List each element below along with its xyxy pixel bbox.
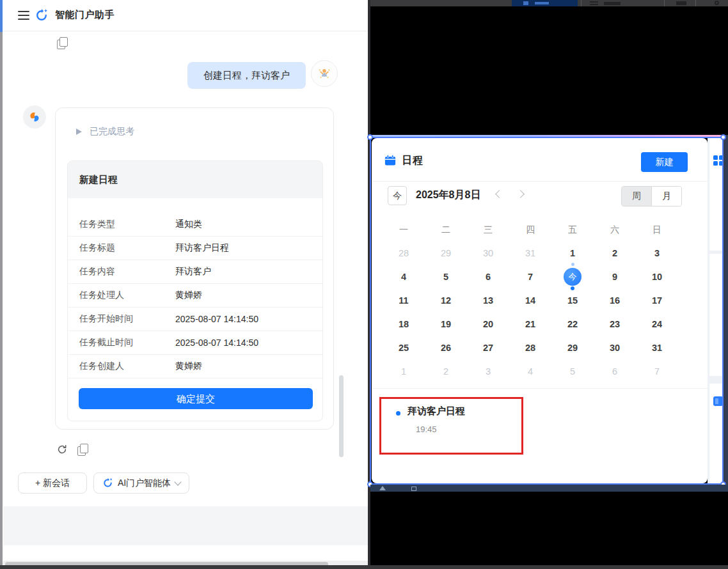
calendar-day[interactable]: 12	[425, 288, 467, 312]
toolbar-divider	[695, 0, 696, 6]
square-icon	[411, 487, 416, 491]
weekday-label: 二	[425, 221, 467, 239]
calendar-day[interactable]: 26	[425, 336, 467, 359]
calendar-day[interactable]: 5	[551, 359, 594, 383]
thought-status: 已完成思考	[90, 126, 134, 137]
today-marker[interactable]: 今	[564, 268, 582, 286]
thought-toggle[interactable]: 已完成思考	[76, 126, 134, 137]
left-edge-scrollbar[interactable]	[0, 32, 3, 565]
page-title: 智能门户助手	[55, 9, 115, 21]
bottom-taskbar-edge	[0, 565, 728, 569]
field-label: 任务截止时间	[68, 337, 175, 348]
new-schedule-button[interactable]: 新建	[641, 152, 688, 172]
calendar-day[interactable]: 9	[594, 265, 636, 288]
calendar-day[interactable]: 1	[383, 359, 425, 383]
field-label: 任务处理人	[68, 290, 175, 301]
calendar-day[interactable]: 23	[594, 312, 636, 336]
weekday-label: 五	[551, 221, 594, 239]
calendar-day[interactable]: 18	[383, 312, 425, 336]
copy-icon[interactable]	[57, 40, 65, 49]
copy-icon[interactable]	[77, 446, 86, 456]
calendar-day[interactable]: 13	[467, 288, 509, 312]
calendar-day[interactable]: 30	[594, 336, 636, 359]
submit-button[interactable]: 确定提交	[79, 388, 313, 409]
calendar-day[interactable]: 14	[509, 288, 551, 312]
calendar-day[interactable]: 3	[467, 359, 509, 383]
calendar-day[interactable]: 4	[509, 359, 551, 383]
weekday-label: 三	[467, 221, 509, 239]
list-icon	[590, 4, 598, 5]
card-gap	[709, 376, 724, 384]
person-celebrating-icon	[316, 65, 333, 82]
calendar-day[interactable]: 3	[636, 241, 678, 265]
today-button[interactable]: 今	[388, 186, 407, 205]
calendar-day[interactable]: 29	[551, 336, 594, 359]
chat-scrollbar-thumb[interactable]	[339, 375, 344, 457]
assistant-panel: 智能门户助手 创建日程，拜访客户 已完成思考	[0, 0, 368, 565]
field-label: 任务类型	[68, 219, 175, 230]
search-icon	[715, 1, 719, 5]
form-row: 任务开始时间2025-08-07 14:14:50	[68, 308, 322, 331]
calendar-day[interactable]: 31	[509, 241, 551, 265]
field-value: 拜访客户	[175, 266, 211, 277]
field-value: 通知类	[175, 219, 202, 230]
list-icon	[590, 1, 598, 3]
calendar-day[interactable]: 20	[467, 312, 509, 336]
home-icon	[379, 486, 386, 490]
calendar-day[interactable]: 25	[383, 336, 425, 359]
next-arrow-icon[interactable]	[516, 190, 525, 198]
toggle-month[interactable]: 月	[652, 187, 681, 206]
calendar-day[interactable]: 1	[551, 241, 594, 265]
calendar-day[interactable]: 30	[467, 241, 509, 265]
field-value: 拜访客户日程	[175, 242, 229, 254]
calendar-day[interactable]: 27	[467, 336, 509, 359]
calendar-day[interactable]: 21	[509, 312, 551, 336]
calendar-day[interactable]: 17	[636, 288, 678, 312]
calendar-day[interactable]: 2	[594, 241, 636, 265]
calendar-day[interactable]: 7	[636, 359, 678, 383]
calendar-day[interactable]: 6	[594, 359, 636, 383]
user-avatar	[311, 60, 338, 87]
assistant-avatar	[23, 105, 46, 129]
calendar-day[interactable]: 6	[467, 265, 509, 288]
calendar-day[interactable]: 22	[551, 312, 594, 336]
calendar-day[interactable]: 16	[594, 288, 636, 312]
toggle-week[interactable]: 周	[622, 187, 652, 206]
calendar-day[interactable]: 24	[636, 312, 678, 336]
chevron-down-icon	[174, 478, 181, 485]
field-label: 任务创建人	[68, 361, 175, 372]
calendar-day[interactable]: 4	[383, 265, 425, 288]
calendar-day[interactable]: 10	[636, 265, 678, 288]
menu-icon[interactable]	[18, 11, 29, 20]
calendar-day[interactable]: 11	[383, 288, 425, 312]
calendar-day[interactable]: 5	[425, 265, 467, 288]
annotation-highlight-box	[379, 397, 523, 455]
calendar-day[interactable]: 29	[425, 241, 467, 265]
form-row: 任务类型通知类	[68, 213, 322, 237]
calendar-day-today[interactable]: 今	[551, 265, 594, 288]
divider	[372, 181, 708, 182]
calendar-day[interactable]: 28	[509, 336, 551, 359]
calendar-grid: 282930311234567今910111213141516171819202…	[383, 241, 678, 383]
left-edge-accent	[0, 0, 3, 32]
form-row: 任务标题拜访客户日程	[68, 237, 322, 260]
screen: 智能门户助手 创建日程，拜访客户 已完成思考	[0, 0, 728, 569]
clipped-widget-strip	[709, 138, 724, 483]
selection-handle[interactable]	[367, 134, 373, 140]
new-chat-button[interactable]: + 新会话	[18, 472, 87, 494]
regenerate-icon[interactable]	[56, 444, 68, 455]
selection-handle[interactable]	[720, 134, 726, 140]
calendar-icon	[384, 155, 396, 166]
prev-arrow-icon[interactable]	[495, 190, 503, 198]
calendar-day[interactable]: 28	[383, 241, 425, 265]
calendar-day[interactable]: 7	[509, 265, 551, 288]
toolbar-divider	[664, 0, 665, 6]
divider	[372, 388, 708, 389]
calendar-day[interactable]: 19	[425, 312, 467, 336]
calendar-day[interactable]: 15	[551, 288, 594, 312]
current-date-label: 2025年8月8日	[416, 189, 480, 202]
form-rows: 任务类型通知类任务标题拜访客户日程任务内容拜访客户任务处理人黄婵娇任务开始时间2…	[68, 198, 322, 378]
calendar-day[interactable]: 31	[636, 336, 678, 359]
calendar-day[interactable]: 2	[425, 359, 467, 383]
agent-selector-button[interactable]: AI门户智能体	[93, 472, 189, 494]
